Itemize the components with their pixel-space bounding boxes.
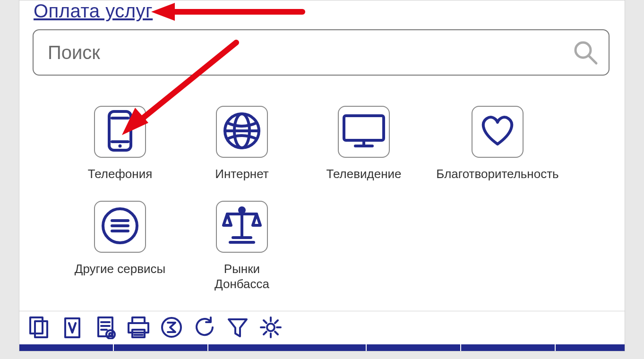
svg-rect-22 (35, 321, 47, 337)
payment-panel: Оплата услуг Телефони (19, 0, 625, 311)
sum-button[interactable] (158, 315, 185, 342)
category-tv[interactable]: Телевидение (305, 106, 423, 182)
svg-rect-21 (30, 317, 43, 333)
svg-line-42 (275, 332, 278, 334)
heart-icon (477, 113, 518, 151)
filter-button[interactable] (224, 315, 251, 342)
settings-icon (259, 316, 283, 341)
toolbar (19, 311, 625, 344)
svg-line-41 (264, 320, 266, 323)
print-icon (126, 316, 151, 341)
refresh-button[interactable] (191, 315, 218, 342)
copy-icon (27, 316, 51, 341)
print-button[interactable] (125, 315, 152, 342)
svg-point-28 (106, 330, 115, 339)
tv-icon (341, 112, 386, 152)
scales-icon (221, 205, 263, 249)
svg-line-43 (275, 320, 278, 323)
svg-point-29 (109, 333, 112, 336)
paste-icon (60, 316, 84, 341)
doc-config-icon (94, 316, 117, 341)
svg-point-36 (267, 324, 275, 331)
category-grid: Телефония Интернет (19, 87, 625, 311)
globe-icon (222, 111, 262, 153)
table-header-row (19, 344, 625, 351)
category-other-services[interactable]: Другие сервисы (61, 201, 179, 292)
category-label: Телефония (88, 166, 152, 182)
category-charity[interactable]: Благотворительность (427, 106, 568, 182)
svg-rect-23 (65, 318, 79, 337)
search-container (33, 29, 610, 76)
svg-line-44 (264, 332, 266, 334)
bottom-toolbar-panel (19, 311, 625, 351)
sum-icon (160, 316, 183, 341)
category-telephony[interactable]: Телефония (61, 106, 179, 182)
settings-button[interactable] (258, 315, 284, 342)
svg-point-5 (119, 145, 122, 148)
search-input[interactable] (33, 29, 610, 76)
category-label: Телевидение (326, 166, 402, 182)
category-label: Другие сервисы (75, 261, 165, 277)
category-markets-donbass[interactable]: Рынки Донбасса (183, 201, 301, 292)
payment-heading-link[interactable]: Оплата услуг (34, 0, 153, 21)
category-label: Благотворительность (436, 166, 558, 182)
refresh-icon (193, 316, 216, 341)
category-internet[interactable]: Интернет (183, 106, 301, 182)
phone-icon (103, 110, 137, 154)
paste-button[interactable] (59, 315, 86, 342)
doc-settings-button[interactable] (92, 315, 119, 342)
filter-icon (226, 316, 249, 341)
list-icon (100, 205, 140, 248)
category-label: Интернет (215, 166, 268, 182)
category-label: Рынки Донбасса (215, 261, 269, 292)
copy-button[interactable] (26, 315, 52, 342)
svg-rect-9 (344, 116, 384, 140)
svg-point-35 (162, 318, 181, 337)
